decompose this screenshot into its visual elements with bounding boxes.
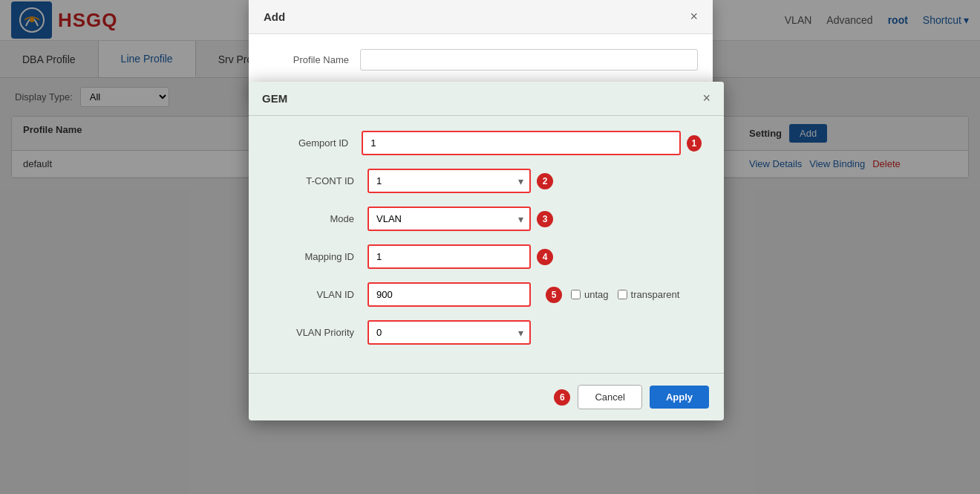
- modal-gem-header: GEM ×: [249, 82, 724, 116]
- profile-name-input[interactable]: [360, 49, 698, 71]
- mapping-id-input[interactable]: [368, 244, 531, 269]
- profile-name-label: Profile Name: [264, 54, 360, 65]
- vlan-id-row: VLAN ID 5 untag transparent: [271, 282, 702, 307]
- mapping-id-label: Mapping ID: [271, 251, 368, 262]
- tcont-id-select-wrapper: 1: [368, 169, 531, 193]
- mode-label: Mode: [271, 213, 368, 224]
- untag-checkbox-label: untag: [571, 289, 609, 300]
- mode-select[interactable]: VLAN: [368, 207, 531, 231]
- modal-gem: GEM × Gemport ID 1 T-CONT ID 1 2 Mode VL…: [249, 82, 724, 420]
- modal-add-header: Add ×: [249, 0, 713, 34]
- vlan-priority-label: VLAN Priority: [271, 327, 368, 338]
- modal-gem-close[interactable]: ×: [702, 91, 710, 106]
- tcont-id-select[interactable]: 1: [368, 169, 531, 193]
- untag-checkbox[interactable]: [571, 290, 581, 299]
- transparent-checkbox-label: transparent: [618, 289, 680, 300]
- apply-button[interactable]: Apply: [650, 386, 709, 409]
- mode-select-wrapper: VLAN: [368, 207, 531, 231]
- modal-add-close[interactable]: ×: [690, 9, 698, 25]
- modal-gem-title: GEM: [262, 92, 287, 105]
- step-badge-1: 1: [687, 135, 702, 152]
- mode-row: Mode VLAN 3: [271, 207, 702, 231]
- step-badge-4: 4: [537, 249, 553, 265]
- step-badge-5: 5: [546, 287, 562, 303]
- transparent-checkbox[interactable]: [618, 290, 627, 299]
- gemport-id-input[interactable]: [362, 131, 680, 155]
- gemport-id-row: Gemport ID 1: [271, 131, 702, 155]
- vlan-id-label: VLAN ID: [271, 289, 368, 300]
- gem-footer: 6 Cancel Apply: [249, 373, 724, 420]
- modal-add-title: Add: [264, 10, 285, 23]
- tcont-id-row: T-CONT ID 1 2: [271, 169, 702, 193]
- vlan-id-input[interactable]: [368, 282, 531, 307]
- modal-add: Add × Profile Name: [249, 0, 713, 94]
- vlan-priority-select-wrapper: 0 1 2 3 4 5 6 7: [368, 320, 531, 345]
- profile-name-row: Profile Name: [264, 49, 698, 71]
- vlan-priority-select[interactable]: 0 1 2 3 4 5 6 7: [368, 320, 531, 345]
- cancel-button[interactable]: Cancel: [578, 385, 641, 409]
- vlan-id-controls: 5 untag transparent: [368, 282, 679, 307]
- gemport-id-label: Gemport ID: [271, 137, 362, 149]
- step-badge-2: 2: [537, 173, 553, 189]
- modal-gem-body: Gemport ID 1 T-CONT ID 1 2 Mode VLAN 3: [249, 116, 724, 373]
- vlan-priority-row: VLAN Priority 0 1 2 3 4 5 6 7: [271, 320, 702, 345]
- step-badge-6: 6: [554, 389, 570, 406]
- step-badge-3: 3: [537, 211, 553, 227]
- tcont-id-label: T-CONT ID: [271, 175, 368, 186]
- mapping-id-row: Mapping ID 4: [271, 244, 702, 269]
